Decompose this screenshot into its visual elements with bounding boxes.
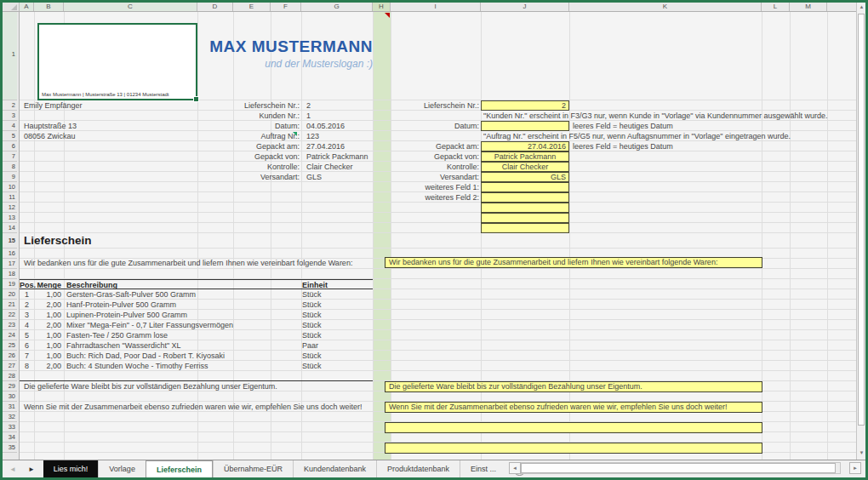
row-header[interactable]: 28 — [3, 371, 17, 381]
column-header-g[interactable]: G — [301, 3, 373, 11]
row-header[interactable]: 22 — [3, 310, 17, 320]
helper-wide-input[interactable]: Die gelieferte Ware bleibt bis zur volls… — [385, 381, 762, 392]
column-header-d[interactable]: D — [197, 3, 233, 11]
scroll-left-icon[interactable]: ◄ — [509, 462, 521, 474]
row-header[interactable]: 3 — [3, 111, 17, 121]
row-header[interactable]: 30 — [3, 391, 17, 402]
helper-wide-input[interactable]: Wenn Sie mit der Zusammenarbeit ebenso z… — [385, 402, 762, 413]
sheet-tab[interactable]: Vorlage — [98, 460, 146, 477]
horizontal-scroll-thumb[interactable] — [521, 463, 836, 473]
row-header[interactable]: 1 — [3, 12, 17, 100]
company-title: MAX MUSTERMANN — [77, 37, 373, 56]
sheet-nav-left-icon[interactable]: ◄ — [9, 466, 16, 473]
row-header[interactable]: 18 — [3, 269, 17, 279]
sheet-tab[interactable]: Produktdatenbank — [376, 460, 460, 477]
sheet-nav-right-icon[interactable]: ► — [28, 466, 35, 473]
recipient-name: Emily Empfänger — [24, 100, 83, 111]
helper-input-field[interactable] — [481, 182, 569, 192]
row-header[interactable]: 13 — [3, 213, 17, 223]
table-row: 5 1,00 Fasten-Tee / 250 Gramm lose Stück — [20, 330, 373, 340]
cell-qty: 2,00 — [34, 320, 61, 330]
sheet-tab[interactable]: Übernahme-EÜR — [213, 460, 293, 477]
vertical-scrollbar[interactable]: ▲ ▼ — [856, 3, 865, 460]
scroll-up-icon[interactable]: ▲ — [858, 3, 865, 12]
row-header[interactable]: 27 — [3, 361, 17, 371]
helper-input-field[interactable] — [481, 213, 569, 223]
sheet-tab[interactable]: Lies mich! — [43, 460, 99, 477]
row-header[interactable]: 19 — [3, 279, 17, 289]
sheet-tab[interactable]: Kundendatenbank — [293, 460, 376, 477]
row-header[interactable]: 11 — [3, 192, 17, 203]
column-header-m[interactable]: M — [790, 3, 827, 11]
helper-input-field[interactable] — [481, 121, 569, 131]
helper-input-field[interactable]: 2 — [481, 100, 569, 111]
column-header-i[interactable]: I — [391, 3, 481, 11]
intro-text: Wir bedanken uns für die gute Zusammenar… — [24, 258, 352, 268]
helper-input-field[interactable] — [481, 192, 569, 203]
select-all-icon[interactable] — [3, 3, 20, 11]
row-header[interactable]: 6 — [3, 141, 17, 151]
row-header[interactable]: 25 — [3, 340, 17, 351]
row-header[interactable]: 33 — [3, 422, 17, 432]
column-header-h[interactable]: H — [373, 3, 391, 11]
row-header[interactable]: 24 — [3, 330, 17, 340]
row-header[interactable]: 16 — [3, 249, 17, 259]
row-header[interactable]: 7 — [3, 151, 17, 162]
helper-input-field[interactable] — [481, 223, 569, 233]
vertical-scroll-thumb[interactable] — [858, 14, 865, 426]
scroll-right-icon[interactable]: ► — [849, 462, 861, 474]
helper-wide-input[interactable]: Wir bedanken uns für die gute Zusammenar… — [385, 257, 762, 268]
row-header[interactable]: 26 — [3, 351, 17, 361]
scroll-down-icon[interactable]: ▼ — [858, 449, 865, 458]
row-header[interactable]: 10 — [3, 182, 17, 192]
row-headers: 1234567891011121314151617181920212223242… — [3, 12, 20, 460]
column-header-a[interactable]: A — [20, 3, 34, 11]
helper-wide-input[interactable] — [385, 422, 762, 433]
table-row: 7 1,00 Buch: Rich Dad, Poor Dad - Robert… — [20, 351, 373, 361]
cell-pos: 5 — [20, 330, 34, 340]
cell-unit: Paar — [302, 340, 318, 351]
column-header-e[interactable]: E — [233, 3, 271, 11]
recipient-street: Hauptstraße 13 — [24, 121, 77, 131]
row-header[interactable]: 9 — [3, 172, 17, 182]
row-header[interactable]: 14 — [3, 223, 17, 233]
table-row: 1 1,00 Gersten-Gras-Saft-Pulver 500 Gram… — [20, 289, 373, 300]
helper-input-field[interactable]: Patrick Packmann — [481, 151, 569, 162]
table-header-row: Pos. Menge Beschreibung Einheit — [20, 279, 373, 289]
helper-input-field[interactable]: Clair Checker — [481, 162, 569, 172]
row-header[interactable]: 17 — [3, 259, 17, 269]
meta-field-label: Auftrag Nr.: — [196, 131, 300, 141]
column-header-f[interactable]: F — [271, 3, 301, 11]
row-header[interactable]: 8 — [3, 162, 17, 172]
helper-wide-input[interactable] — [385, 443, 762, 454]
column-header-j[interactable]: J — [481, 3, 569, 11]
row-header[interactable]: 35 — [3, 443, 17, 453]
row-header[interactable]: 4 — [3, 121, 17, 131]
column-header-k[interactable]: K — [569, 3, 762, 11]
row-header[interactable]: 29 — [3, 381, 17, 391]
horizontal-scrollbar[interactable]: ◄ ► — [509, 462, 841, 474]
helper-input-field[interactable] — [481, 203, 569, 213]
row-header[interactable]: 15 — [3, 233, 17, 249]
horizontal-scroll-track[interactable] — [521, 462, 841, 474]
column-header-stub — [827, 3, 856, 11]
row-header[interactable]: 34 — [3, 432, 17, 443]
column-header-l[interactable]: L — [762, 3, 790, 11]
column-header-c[interactable]: C — [64, 3, 197, 11]
row-header[interactable]: 2 — [3, 100, 17, 111]
row-header[interactable]: 21 — [3, 300, 17, 310]
row-header[interactable]: 20 — [3, 289, 17, 300]
table-row: 6 1,00 Fahrradtaschen "Wasserdicht" XL P… — [20, 340, 373, 351]
row-header[interactable]: 32 — [3, 412, 17, 422]
cell-pos: 2 — [20, 300, 34, 310]
sheet-tab[interactable]: Lieferschein — [146, 460, 213, 477]
column-header-b[interactable]: B — [34, 3, 64, 11]
helper-input-field[interactable]: 27.04.2016 — [481, 141, 569, 151]
sheet-tab[interactable]: Einst ... — [460, 460, 506, 477]
row-header[interactable]: 31 — [3, 402, 17, 412]
row-header[interactable]: 23 — [3, 320, 17, 330]
helper-input-field[interactable]: GLS — [481, 172, 569, 182]
helper-field-row: Versandart: GLS — [323, 172, 856, 182]
row-header[interactable]: 12 — [3, 203, 17, 213]
row-header[interactable]: 5 — [3, 131, 17, 141]
